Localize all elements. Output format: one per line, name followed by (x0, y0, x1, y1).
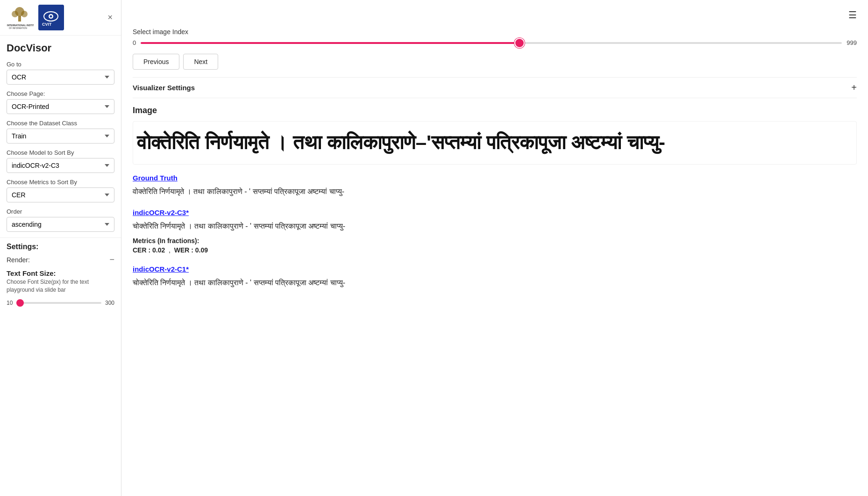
cer-value-0: 0.02 (152, 246, 165, 254)
metrics-values-0: CER : 0.02 , WER : 0.09 (133, 246, 857, 254)
sidebar-title: DocVisor (0, 36, 121, 58)
sidebar-header: INTERNATIONAL INSTITUTE OF INFORMATION C… (0, 0, 121, 36)
dataset-section: Choose the Dataset Class Train Test Vali… (0, 117, 121, 146)
render-label: Render: (7, 256, 30, 264)
page-select[interactable]: OCR-Printed OCR-Handwritten (7, 99, 114, 114)
metrics-select[interactable]: CER WER (7, 187, 114, 202)
font-size-label: Text Font Size: (0, 266, 121, 278)
image-index-slider[interactable] (141, 42, 842, 44)
logo-container: INTERNATIONAL INSTITUTE OF INFORMATION C… (6, 5, 64, 30)
font-slider-row: 10 300 (0, 298, 121, 310)
ocr-result-text-0: चोक्तेरिति निर्णयामृते । तथा कालिकापुराण… (133, 220, 857, 232)
main-content: ☰ Select image Index 0 999 Previous Next… (121, 0, 868, 496)
ocr-result-text-1: चोक्तेरिति निर्णयामृते । तथा कालिकापुराण… (133, 277, 857, 289)
render-dash-button[interactable]: − (109, 255, 114, 265)
slider-label: Select image Index (133, 28, 857, 36)
image-display: वोक्तेरिति निर्णयामृते । तथा कालिकापुराण… (133, 121, 857, 165)
slider-min-value: 0 (133, 39, 136, 46)
cer-label-0: CER : (133, 246, 150, 254)
visualizer-settings-label: Visualizer Settings (133, 84, 195, 92)
main-header-bar: ☰ (133, 9, 857, 21)
metrics-sort-label: Choose Metrics to Sort By (7, 179, 114, 186)
metrics-section: Choose Metrics to Sort By CER WER (0, 176, 121, 205)
svg-text:OF INFORMATION: OF INFORMATION (9, 27, 27, 29)
visualizer-settings-expand-button[interactable]: + (851, 82, 857, 93)
image-section-title: Image (133, 106, 857, 115)
slider-max-value: 999 (847, 39, 857, 46)
order-section: Order ascending descending (0, 205, 121, 235)
svg-point-9 (50, 15, 52, 18)
font-size-desc: Choose Font Size(px) for the text playgr… (0, 278, 121, 298)
ocr-result-label-0: indicOCR-v2-C3* (133, 208, 189, 216)
ocr-result-1: indicOCR-v2-C1* चोक्तेरिति निर्णयामृते ।… (133, 265, 857, 289)
font-size-slider[interactable] (16, 302, 101, 304)
model-select[interactable]: indicOCR-v2-C3 indicOCR-v2-C1 indicOCR-v… (7, 158, 114, 173)
image-devanagari-text: वोक्तेरिति निर्णयामृते । तथा कालिकापुराण… (137, 129, 853, 157)
model-label: Choose Model to Sort By (7, 149, 114, 156)
ground-truth-text: वोक्तेरिति निर्णयामृते । तथा कालिकापुराण… (133, 186, 857, 198)
settings-label: Settings: (0, 237, 121, 253)
goto-select[interactable]: OCR Detection Recognition (7, 70, 114, 85)
order-label: Order (7, 208, 114, 215)
svg-text:INTERNATIONAL INSTITUTE: INTERNATIONAL INSTITUTE (7, 24, 34, 27)
order-select[interactable]: ascending descending (7, 217, 114, 232)
dataset-label: Choose the Dataset Class (7, 120, 114, 127)
ground-truth-block: Ground Truth वोक्तेरिति निर्णयामृते । तथ… (133, 174, 857, 198)
font-slider-max: 300 (105, 300, 114, 306)
model-section: Choose Model to Sort By indicOCR-v2-C3 i… (0, 146, 121, 176)
render-row: Render: − (0, 253, 121, 266)
previous-button[interactable]: Previous (133, 54, 179, 70)
font-slider-min: 10 (7, 300, 13, 306)
page-label: Choose Page: (7, 90, 114, 97)
svg-text:CVIT: CVIT (42, 22, 52, 27)
close-button[interactable]: × (105, 12, 115, 23)
ocr-result-label-1: indicOCR-v2-C1* (133, 265, 189, 273)
metrics-label-0: Metrics (In fractions): (133, 237, 857, 244)
svg-point-2 (21, 11, 28, 17)
cvit-logo: CVIT (38, 5, 64, 30)
dataset-select[interactable]: Train Test Validation (7, 129, 114, 144)
iiit-logo: INTERNATIONAL INSTITUTE OF INFORMATION (6, 5, 34, 30)
nav-buttons: Previous Next (133, 54, 857, 70)
wer-label-0: WER : (174, 246, 193, 254)
visualizer-settings-bar: Visualizer Settings + (133, 77, 857, 98)
goto-section: Go to OCR Detection Recognition (0, 58, 121, 87)
wer-value-0: 0.09 (195, 246, 208, 254)
sidebar: INTERNATIONAL INSTITUTE OF INFORMATION C… (0, 0, 121, 496)
image-index-section: Select image Index 0 999 (133, 28, 857, 46)
ground-truth-label: Ground Truth (133, 174, 178, 182)
slider-row: 0 999 (133, 39, 857, 46)
goto-label: Go to (7, 61, 114, 68)
svg-point-1 (12, 11, 18, 17)
menu-icon[interactable]: ☰ (848, 9, 857, 21)
page-section: Choose Page: OCR-Printed OCR-Handwritten (0, 87, 121, 117)
svg-rect-3 (18, 16, 21, 22)
ocr-result-0: indicOCR-v2-C3* चोक्तेरिति निर्णयामृते ।… (133, 208, 857, 254)
next-button[interactable]: Next (183, 54, 218, 70)
